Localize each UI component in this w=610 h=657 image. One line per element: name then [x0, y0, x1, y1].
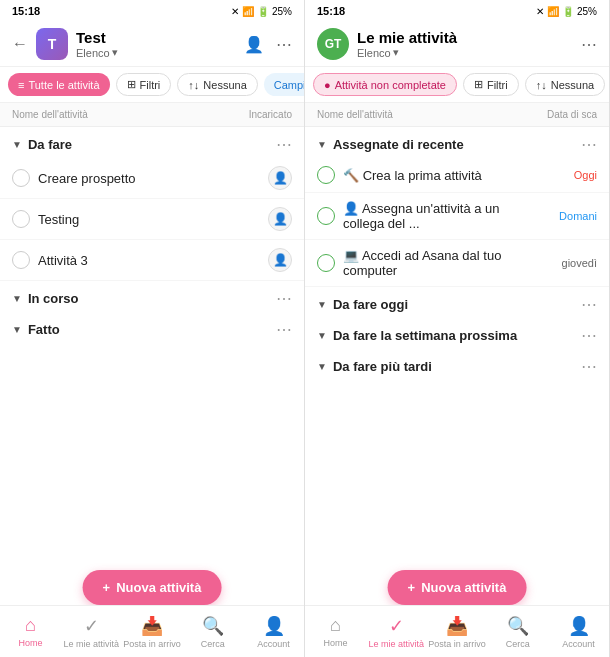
- nav-myactivities-right-label: Le mie attività: [368, 639, 424, 649]
- inbox-icon-right: 📥: [446, 615, 468, 637]
- task-name-1: Creare prospetto: [38, 171, 260, 186]
- filter-incomplete[interactable]: ● Attività non completate: [313, 73, 457, 96]
- project-title-right: Le mie attività: [357, 29, 457, 46]
- filter-all-label: Tutte le attività: [28, 79, 99, 91]
- fab-plus-icon: +: [103, 580, 111, 595]
- nav-account-left[interactable]: 👤 Account: [243, 606, 304, 657]
- nav-home-right[interactable]: ⌂ Home: [305, 606, 366, 657]
- section-title-1: Da fare: [28, 137, 270, 152]
- section-more-r2[interactable]: ⋯: [581, 295, 597, 314]
- search-icon: 🔍: [202, 615, 224, 637]
- new-activity-button-left[interactable]: + Nuova attività: [83, 570, 222, 605]
- section-chevron-1[interactable]: ▼: [12, 139, 22, 150]
- task-checkbox-r1[interactable]: [317, 166, 335, 184]
- header-actions-right: ⋯: [581, 35, 597, 54]
- nav-search-right[interactable]: 🔍 Cerca: [487, 606, 548, 657]
- app-header-right: GT Le mie attività Elenco ▾ ⋯: [305, 22, 609, 67]
- nav-search-right-label: Cerca: [506, 639, 530, 649]
- task-checkbox-r3[interactable]: [317, 254, 335, 272]
- task-assignee-2: 👤: [268, 207, 292, 231]
- nav-inbox-left[interactable]: 📥 Posta in arrivo: [122, 606, 183, 657]
- section-title-3: Fatto: [28, 322, 270, 337]
- header-right-section: GT Le mie attività Elenco ▾: [317, 28, 581, 60]
- filter-all[interactable]: ≡ Tutte le attività: [8, 73, 110, 96]
- person-icon[interactable]: 👤: [244, 35, 264, 54]
- table-header-left: Nome dell'attività Incaricato: [0, 103, 304, 127]
- task-item-right[interactable]: 🔨 Crea la prima attività Oggi: [305, 158, 609, 193]
- task-name-r2: 👤 Assegna un'attività a un collega del .…: [343, 201, 544, 231]
- section-title-r4: Da fare più tardi: [333, 359, 575, 374]
- filter-none-right[interactable]: ↑↓ Nessuna: [525, 73, 605, 96]
- task-assignee-3: 👤: [268, 248, 292, 272]
- col-assignee: Incaricato: [232, 109, 292, 120]
- my-activities-icon: ✓: [84, 615, 99, 637]
- task-checkbox-r2[interactable]: [317, 207, 335, 225]
- section-da-fare-tardi: ▼ Da fare più tardi ⋯: [305, 349, 609, 380]
- section-more-1[interactable]: ⋯: [276, 135, 292, 154]
- nav-myactivities-left[interactable]: ✓ Le mie attività: [61, 606, 122, 657]
- new-activity-button-right[interactable]: + Nuova attività: [388, 570, 527, 605]
- task-item-right[interactable]: 💻 Accedi ad Asana dal tuo computer giove…: [305, 240, 609, 287]
- back-button[interactable]: ←: [12, 35, 28, 53]
- section-more-3[interactable]: ⋯: [276, 320, 292, 339]
- section-chevron-r2[interactable]: ▼: [317, 299, 327, 310]
- filter-none[interactable]: ↑↓ Nessuna: [177, 73, 257, 96]
- task-item[interactable]: Testing 👤: [0, 199, 304, 240]
- task-name-2: Testing: [38, 212, 260, 227]
- section-chevron-3[interactable]: ▼: [12, 324, 22, 335]
- task-checkbox-3[interactable]: [12, 251, 30, 269]
- more-icon[interactable]: ⋯: [276, 35, 292, 54]
- nav-inbox-label: Posta in arrivo: [123, 639, 181, 649]
- filter-incomplete-icon: ●: [324, 79, 331, 91]
- nav-search-left[interactable]: 🔍 Cerca: [182, 606, 243, 657]
- time-left: 15:18: [12, 5, 40, 17]
- section-more-r3[interactable]: ⋯: [581, 326, 597, 345]
- section-more-r1[interactable]: ⋯: [581, 135, 597, 154]
- sort-icon-right: ↑↓: [536, 79, 547, 91]
- section-more-2[interactable]: ⋯: [276, 289, 292, 308]
- filter-bar-left: ≡ Tutte le attività ⊞ Filtri ↑↓ Nessuna …: [0, 67, 304, 103]
- task-date-r3: giovedì: [552, 257, 597, 269]
- filter-filters[interactable]: ⊞ Filtri: [116, 73, 172, 96]
- inbox-icon: 📥: [141, 615, 163, 637]
- filter-fields[interactable]: Campi: [264, 73, 304, 96]
- fab-plus-icon-right: +: [408, 580, 416, 595]
- task-item[interactable]: Creare prospetto 👤: [0, 158, 304, 199]
- col-date: Data di sca: [537, 109, 597, 120]
- task-checkbox-1[interactable]: [12, 169, 30, 187]
- nav-myactivities-right[interactable]: ✓ Le mie attività: [366, 606, 427, 657]
- section-chevron-r4[interactable]: ▼: [317, 361, 327, 372]
- task-checkbox-2[interactable]: [12, 210, 30, 228]
- task-assignee-1: 👤: [268, 166, 292, 190]
- task-item[interactable]: Attività 3 👤: [0, 240, 304, 281]
- nav-inbox-right[interactable]: 📥 Posta in arrivo: [427, 606, 488, 657]
- filter-filters-right[interactable]: ⊞ Filtri: [463, 73, 519, 96]
- task-date-r2: Domani: [552, 210, 597, 222]
- app-header-left: ← T Test Elenco ▾ 👤 ⋯: [0, 22, 304, 67]
- more-icon-right[interactable]: ⋯: [581, 35, 597, 54]
- nav-search-label: Cerca: [201, 639, 225, 649]
- filter-bar-right: ● Attività non completate ⊞ Filtri ↑↓ Ne…: [305, 67, 609, 103]
- status-bar-left: 15:18 ✕ 📶 🔋 25%: [0, 0, 304, 22]
- fab-container-left: + Nuova attività: [83, 570, 222, 605]
- filter-all-icon: ≡: [18, 79, 24, 91]
- fab-container-right: + Nuova attività: [388, 570, 527, 605]
- section-chevron-r3[interactable]: ▼: [317, 330, 327, 341]
- task-name-3: Attività 3: [38, 253, 260, 268]
- task-item-right[interactable]: 👤 Assegna un'attività a un collega del .…: [305, 193, 609, 240]
- section-in-corso: ▼ In corso ⋯: [0, 281, 304, 312]
- app-icon-left: T: [36, 28, 68, 60]
- status-icons-left: ✕ 📶 🔋 25%: [231, 6, 292, 17]
- filter-incomplete-label: Attività non completate: [335, 79, 446, 91]
- project-subtitle: Elenco ▾: [76, 46, 118, 59]
- bottom-nav-right: ⌂ Home ✓ Le mie attività 📥 Posta in arri…: [305, 605, 609, 657]
- section-more-r4[interactable]: ⋯: [581, 357, 597, 376]
- col-task-name-right: Nome dell'attività: [317, 109, 537, 120]
- section-fatto: ▼ Fatto ⋯: [0, 312, 304, 343]
- my-activities-icon-right: ✓: [389, 615, 404, 637]
- section-chevron-r1[interactable]: ▼: [317, 139, 327, 150]
- section-chevron-2[interactable]: ▼: [12, 293, 22, 304]
- task-date-r1: Oggi: [552, 169, 597, 181]
- nav-account-right[interactable]: 👤 Account: [548, 606, 609, 657]
- nav-home-left[interactable]: ⌂ Home: [0, 606, 61, 657]
